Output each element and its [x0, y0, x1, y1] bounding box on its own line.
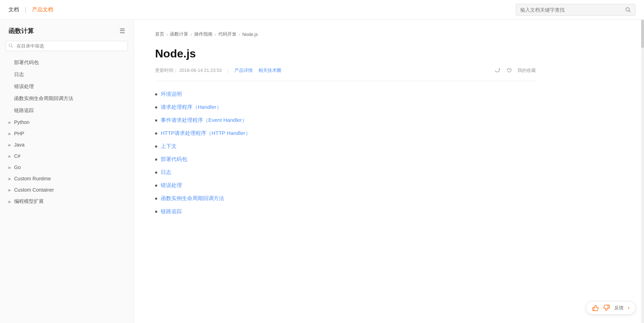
sidebar-title: 函数计算 [8, 27, 34, 35]
breadcrumb-code-dev[interactable]: 代码开发 [218, 31, 237, 37]
toc-item-9: 链路追踪 [155, 208, 536, 215]
toc-link-4[interactable]: 上下文 [161, 143, 177, 150]
sidebar-item-python[interactable]: ▶ Python [0, 117, 134, 128]
sidebar-item-custom-runtime-label: Custom Runtime [14, 176, 51, 181]
search-button[interactable] [621, 4, 635, 15]
thumbup-icon [592, 304, 599, 311]
arrow-icon-php: ▶ [8, 132, 11, 136]
meta-right: 我的收藏 [495, 67, 536, 74]
arrow-icon-programming-model: ▶ [8, 200, 11, 204]
sidebar-item-error[interactable]: 错误处理 [0, 81, 134, 93]
feedback-arrow[interactable]: › [628, 305, 630, 311]
breadcrumb-current: Node.js [242, 32, 258, 37]
meta-divider: | [227, 68, 228, 73]
header-search-bar [516, 4, 636, 16]
toc-item-8: 函数实例生命周期回调方法 [155, 195, 536, 202]
arrow-icon-go: ▶ [8, 166, 11, 169]
toc-link-5[interactable]: 部署代码包 [161, 156, 187, 163]
toc-link-9[interactable]: 链路追踪 [161, 208, 182, 215]
header-docs-label: 文档 [8, 6, 19, 13]
header-left: 文档 | 产品文档 [8, 6, 53, 13]
toc-item-5: 部署代码包 [155, 156, 536, 163]
thumbup-button[interactable] [592, 304, 599, 311]
toc-link-8[interactable]: 函数实例生命周期回调方法 [161, 195, 224, 202]
breadcrumb-guide[interactable]: 操作指南 [194, 31, 213, 37]
toc-dot-1 [155, 106, 157, 108]
tech-circle-link[interactable]: 相关技术圈 [258, 67, 281, 74]
breadcrumb-sep-1: › [166, 32, 168, 37]
toc-list: 环境说明 请求处理程序（Handler） 事件请求处理程序（Event Hand… [155, 91, 536, 215]
toc-item-0: 环境说明 [155, 91, 536, 98]
sidebar-filter [0, 41, 134, 57]
sidebar-item-go-label: Go [14, 164, 21, 170]
toc-item-4: 上下文 [155, 143, 536, 150]
sidebar-item-custom-container[interactable]: ▶ Custom Container [0, 184, 134, 195]
sidebar-item-go[interactable]: ▶ Go [0, 162, 134, 173]
sidebar-item-csharp[interactable]: ▶ C# [0, 150, 134, 162]
toc-link-2[interactable]: 事件请求处理程序（Event Handler） [161, 117, 247, 124]
toc-item-1: 请求处理程序（Handler） [155, 104, 536, 111]
meta-line: 更新时间： 2018-06-14 21:23:53 | 产品详情 相关技术圈 [155, 67, 536, 81]
meta-left: 更新时间： 2018-06-14 21:23:53 | 产品详情 相关技术圈 [155, 67, 281, 74]
toc-dot-9 [155, 211, 157, 213]
main-content: 首页 › 函数计算 › 操作指南 › 代码开发 › Node.js Node.j… [134, 20, 557, 323]
share-action[interactable] [495, 68, 501, 73]
sidebar-item-csharp-label: C# [14, 153, 20, 159]
sidebar-filter-input[interactable] [6, 41, 128, 51]
top-header: 文档 | 产品文档 [0, 0, 644, 20]
bookmark-label[interactable]: 我的收藏 [517, 67, 536, 74]
sidebar-header: 函数计算 ☰ [0, 20, 134, 41]
sidebar-item-deploy[interactable]: 部署代码包 [0, 57, 134, 69]
scrollbar-thumb[interactable] [641, 20, 644, 48]
toc-link-0[interactable]: 环境说明 [161, 91, 182, 98]
thumbdown-icon [603, 304, 610, 311]
sidebar-item-programming-model-label: 编程模型扩展 [14, 198, 44, 205]
sidebar-item-custom-runtime[interactable]: ▶ Custom Runtime [0, 173, 134, 184]
toc-dot-2 [155, 119, 157, 122]
arrow-icon-python: ▶ [8, 120, 11, 124]
sidebar: 函数计算 ☰ 部署代码包 日志 错误处理 函数实例生命周期回调方法 链路追踪 ▶ [0, 20, 134, 323]
sidebar-item-python-label: Python [14, 119, 30, 125]
product-detail-link[interactable]: 产品详情 [234, 67, 253, 74]
toc-dot-7 [155, 185, 157, 187]
toc-item-3: HTTP请求处理程序（HTTP Handler） [155, 130, 536, 137]
toc-item-6: 日志 [155, 169, 536, 176]
header-product-link[interactable]: 产品文档 [32, 6, 53, 13]
toc-link-1[interactable]: 请求处理程序（Handler） [161, 104, 222, 111]
scrollbar-track[interactable] [641, 20, 644, 323]
toc-link-7[interactable]: 错误处理 [161, 182, 182, 189]
sidebar-nav: 部署代码包 日志 错误处理 函数实例生命周期回调方法 链路追踪 ▶ Python… [0, 57, 134, 215]
breadcrumb-sep-2: › [190, 32, 192, 37]
sidebar-item-custom-container-label: Custom Container [14, 187, 54, 193]
breadcrumb-home[interactable]: 首页 [155, 31, 164, 37]
toc-link-6[interactable]: 日志 [161, 169, 171, 176]
sidebar-menu-icon[interactable]: ☰ [119, 27, 125, 35]
arrow-icon-custom-runtime: ▶ [8, 177, 11, 181]
toc-dot-8 [155, 198, 157, 200]
filter-search-icon [8, 43, 13, 49]
update-label: 更新时间： 2018-06-14 21:23:53 [155, 67, 222, 74]
sidebar-item-java[interactable]: ▶ Java [0, 139, 134, 150]
arrow-icon-csharp: ▶ [8, 154, 11, 158]
sidebar-item-trace[interactable]: 链路追踪 [0, 105, 134, 117]
toc-item-7: 错误处理 [155, 182, 536, 189]
sidebar-item-java-label: Java [14, 142, 25, 148]
heart-icon [506, 68, 512, 73]
toc-dot-3 [155, 132, 157, 135]
arrow-icon-java: ▶ [8, 143, 11, 147]
feedback-bar: 反馈 › [586, 301, 636, 315]
page-title: Node.js [155, 47, 536, 60]
sidebar-item-php[interactable]: ▶ PHP [0, 128, 134, 139]
breadcrumb-functions[interactable]: 函数计算 [170, 31, 188, 37]
thumbdown-button[interactable] [603, 304, 610, 311]
heart-action[interactable] [506, 68, 512, 73]
sidebar-item-programming-model[interactable]: ▶ 编程模型扩展 [0, 195, 134, 207]
sidebar-item-lifecycle[interactable]: 函数实例生命周期回调方法 [0, 93, 134, 105]
toc-link-3[interactable]: HTTP请求处理程序（HTTP Handler） [161, 130, 251, 137]
layout: 函数计算 ☰ 部署代码包 日志 错误处理 函数实例生命周期回调方法 链路追踪 ▶ [0, 20, 644, 323]
breadcrumb: 首页 › 函数计算 › 操作指南 › 代码开发 › Node.js [155, 31, 536, 37]
search-input[interactable] [516, 4, 621, 15]
header-divider: | [25, 6, 26, 13]
toc-dot-4 [155, 145, 157, 148]
sidebar-item-log[interactable]: 日志 [0, 69, 134, 81]
